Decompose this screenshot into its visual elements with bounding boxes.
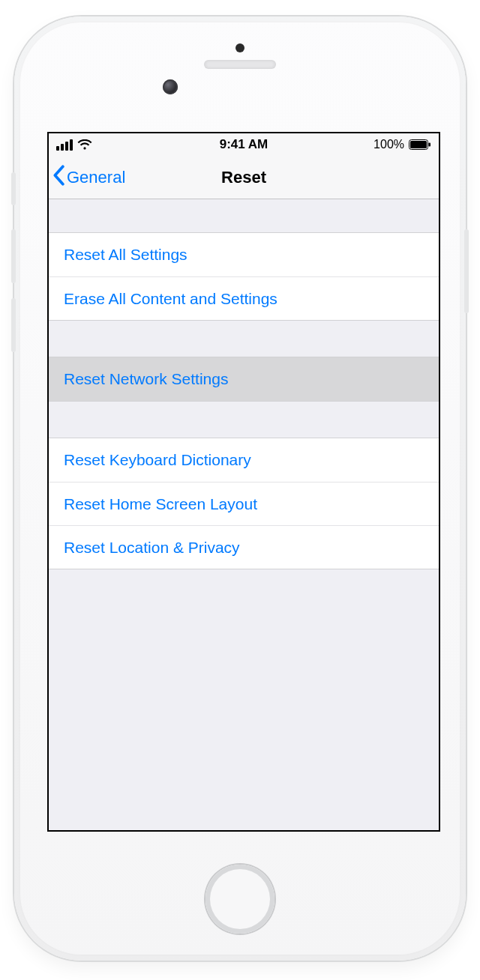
svg-rect-2 bbox=[429, 143, 431, 147]
back-button-label: General bbox=[67, 168, 125, 187]
phone-chassis: 9:41 AM 100% General Reset bbox=[14, 16, 466, 961]
wifi-icon bbox=[77, 139, 92, 151]
reset-keyboard-dictionary-cell[interactable]: Reset Keyboard Dictionary bbox=[49, 438, 439, 482]
volume-down-button bbox=[11, 298, 16, 352]
earpiece-speaker bbox=[204, 60, 276, 69]
chevron-left-icon bbox=[52, 165, 65, 190]
volume-up-button bbox=[11, 229, 16, 283]
mute-switch bbox=[11, 172, 16, 205]
home-button[interactable] bbox=[206, 865, 274, 934]
reset-group-general: Reset All Settings Erase All Content and… bbox=[49, 232, 439, 321]
svg-rect-1 bbox=[410, 141, 427, 148]
cell-label: Reset Keyboard Dictionary bbox=[64, 451, 251, 469]
reset-all-settings-cell[interactable]: Reset All Settings bbox=[49, 233, 439, 276]
reset-home-screen-layout-cell[interactable]: Reset Home Screen Layout bbox=[49, 482, 439, 525]
reset-location-privacy-cell[interactable]: Reset Location & Privacy bbox=[49, 525, 439, 569]
reset-network-settings-cell[interactable]: Reset Network Settings bbox=[49, 357, 439, 401]
front-camera bbox=[163, 79, 178, 94]
cell-signal-icon bbox=[56, 139, 73, 151]
cell-label: Reset Network Settings bbox=[64, 370, 228, 388]
status-time: 9:41 AM bbox=[220, 137, 268, 152]
reset-group-other: Reset Keyboard Dictionary Reset Home Scr… bbox=[49, 438, 439, 569]
reset-group-network: Reset Network Settings bbox=[49, 357, 439, 402]
navigation-bar: General Reset bbox=[49, 156, 439, 199]
battery-percentage: 100% bbox=[374, 138, 404, 151]
proximity-sensor bbox=[236, 43, 244, 52]
battery-icon bbox=[409, 139, 431, 150]
power-button bbox=[464, 229, 469, 313]
back-button[interactable]: General bbox=[49, 165, 125, 190]
cell-label: Reset Location & Privacy bbox=[64, 539, 240, 557]
screen: 9:41 AM 100% General Reset bbox=[47, 132, 440, 832]
erase-all-content-cell[interactable]: Erase All Content and Settings bbox=[49, 276, 439, 320]
cell-label: Erase All Content and Settings bbox=[64, 290, 278, 308]
status-bar: 9:41 AM 100% bbox=[49, 133, 439, 156]
cell-label: Reset Home Screen Layout bbox=[64, 495, 257, 513]
cell-label: Reset All Settings bbox=[64, 246, 188, 264]
